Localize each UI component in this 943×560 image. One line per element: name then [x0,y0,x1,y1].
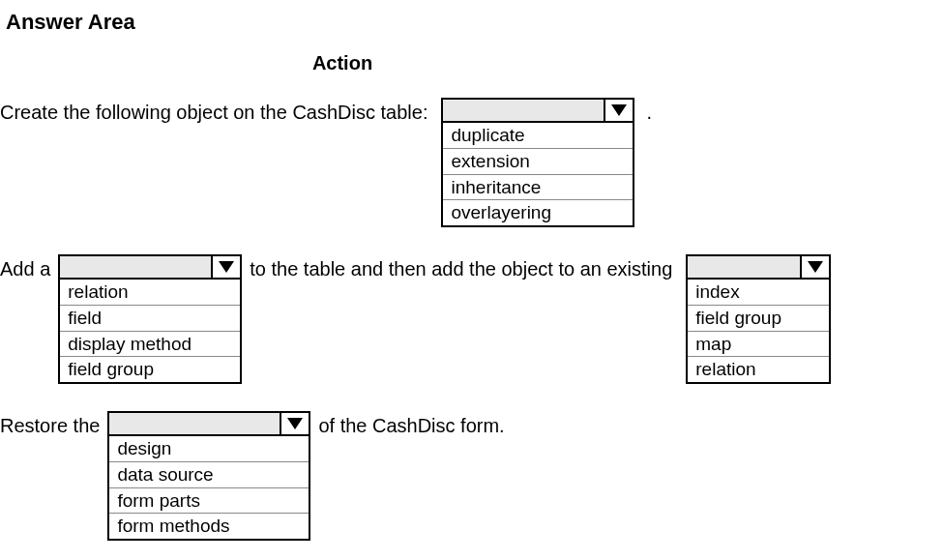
row1-period: . [646,98,652,124]
dropdown-restore-options: design data source form parts form metho… [107,436,310,541]
dropdown-add-item-value [60,256,211,278]
dropdown-existing-object-value [688,256,800,278]
row1-text-before: Create the following object on the CashD… [0,98,427,124]
dropdown-existing-object-options: index field group map relation [686,280,831,384]
dropdown-create-object[interactable]: duplicate extension inheritance overlaye… [441,98,634,227]
dropdown-option[interactable]: relation [60,280,240,306]
chevron-down-icon [611,104,627,116]
dropdown-option[interactable]: field [60,306,240,332]
dropdown-restore[interactable]: design data source form parts form metho… [107,411,310,541]
row-add-object: Add a relation field display method fiel… [4,254,939,384]
row3-text-before: Restore the [0,411,100,437]
dropdown-option[interactable]: map [688,332,829,358]
dropdown-option[interactable]: duplicate [443,123,633,149]
dropdown-option[interactable]: field group [688,306,829,332]
dropdown-option[interactable]: inheritance [443,175,633,201]
dropdown-add-item-options: relation field display method field grou… [58,280,242,384]
dropdown-option[interactable]: form methods [109,514,309,539]
dropdown-option[interactable]: overlayering [443,200,633,225]
dropdown-add-item[interactable]: relation field display method field grou… [58,254,242,384]
dropdown-create-object-button[interactable] [604,100,633,121]
dropdown-option[interactable]: design [109,436,309,462]
dropdown-create-object-options: duplicate extension inheritance overlaye… [441,123,634,227]
row2-text-middle: to the table and then add the object to … [250,254,672,280]
dropdown-existing-object-button[interactable] [800,256,829,278]
dropdown-restore-button[interactable] [280,413,309,434]
dropdown-option[interactable]: relation [688,357,829,382]
dropdown-option[interactable]: display method [60,332,240,358]
row-create-object: Create the following object on the CashD… [4,98,939,227]
dropdown-create-object-selected[interactable] [441,98,634,123]
dropdown-restore-value [109,413,280,434]
dropdown-option[interactable]: extension [443,149,633,175]
dropdown-restore-selected[interactable] [107,411,310,436]
chevron-down-icon [808,261,823,273]
dropdown-existing-object[interactable]: index field group map relation [686,254,831,384]
row2-text-before: Add a [0,254,50,280]
dropdown-option[interactable]: field group [60,357,240,382]
chevron-down-icon [287,418,303,429]
dropdown-existing-object-selected[interactable] [686,254,831,280]
chevron-down-icon [219,261,234,273]
answer-area-title: Answer Area [6,10,939,35]
dropdown-option[interactable]: form parts [109,488,309,515]
dropdown-add-item-button[interactable] [211,256,240,278]
dropdown-option[interactable]: data source [109,462,309,488]
dropdown-add-item-selected[interactable] [58,254,242,280]
row-restore: Restore the design data source form part… [4,411,939,541]
action-header: Action [246,52,439,74]
dropdown-option[interactable]: index [688,280,829,306]
row3-text-after: of the CashDisc form. [318,411,504,437]
dropdown-create-object-value [443,100,604,121]
